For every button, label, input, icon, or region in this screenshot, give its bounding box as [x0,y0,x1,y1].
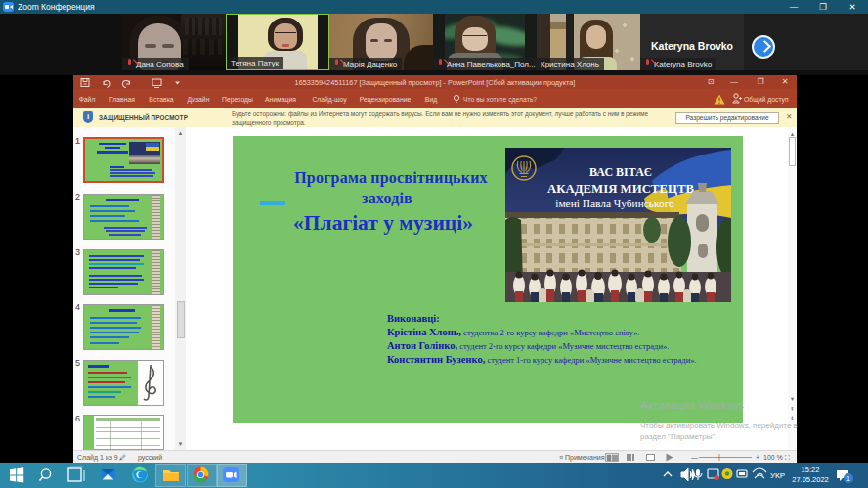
svg-text:АКАДЕМІЯ МИСТЕЦТВ: АКАДЕМІЯ МИСТЕЦТВ [547,182,694,196]
svg-text:1: 1 [846,475,850,482]
svg-text:імені Павла Чубинського: імені Павла Чубинського [555,198,674,209]
svg-text:ВАС ВІТАЄ: ВАС ВІТАЄ [589,165,652,179]
svg-text:УКР: УКР [770,471,785,480]
